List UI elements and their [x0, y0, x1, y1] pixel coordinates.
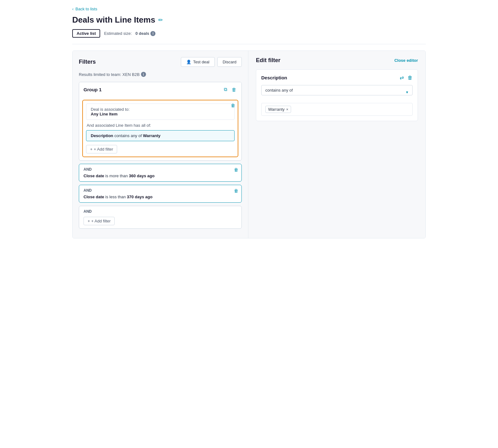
add-filter-button-and[interactable]: + + Add filter — [84, 217, 115, 225]
plus-icon: + — [90, 147, 93, 152]
field-trash-icon[interactable]: 🗑 — [408, 75, 413, 81]
swap-icon[interactable]: ⇄ — [400, 75, 404, 81]
filter-bold-part1: Description — [91, 133, 113, 138]
deal-association-line1: Deal is associated to: — [91, 107, 130, 112]
warranty-tag: Warranty × — [265, 106, 291, 113]
close-editor-button[interactable]: Close editor — [394, 58, 418, 63]
and-filter1-card: AND 🗑 Close date is more than 360 days a… — [79, 164, 242, 182]
condition-select[interactable]: contains any of — [261, 85, 413, 95]
field-label: Description — [261, 75, 287, 80]
edit-filter-panel: Edit filter Close editor Description ⇄ 🗑… — [248, 51, 425, 238]
warranty-tag-remove-button[interactable]: × — [286, 108, 288, 111]
filter-normal-part: contains any of — [113, 133, 143, 138]
and-filter1-text[interactable]: Close date is more than 360 days ago — [84, 173, 237, 178]
discard-button[interactable]: Discard — [217, 57, 242, 67]
group1-copy-button[interactable]: ⧉ — [223, 86, 228, 93]
and-filter1-label: AND — [84, 167, 237, 172]
warranty-tag-label: Warranty — [268, 107, 284, 112]
edit-title-icon[interactable]: ✏ — [158, 17, 163, 24]
condition-select-wrapper: contains any of — [261, 85, 413, 99]
and-add-card: AND + + Add filter — [79, 206, 242, 229]
description-filter-row[interactable]: Description contains any of Warranty — [86, 130, 235, 141]
selected-filter-group: 🗑 Deal is associated to: Any Line Item A… — [82, 100, 238, 157]
and-filter2-text[interactable]: Close date is less than 370 days ago — [84, 195, 237, 199]
team-info-icon[interactable]: i — [141, 72, 146, 77]
results-limited-label: Results limited to team: XEN B2B i — [79, 72, 242, 77]
estimated-size-label: Estimated size: 0 deals i — [104, 31, 155, 36]
back-link-label: Back to lists — [75, 7, 97, 11]
group1-title: Group 1 — [84, 87, 102, 92]
deal-association-box[interactable]: Deal is associated to: Any Line Item — [86, 104, 235, 120]
active-list-badge: Active list — [72, 29, 100, 38]
chevron-left-icon: ‹ — [72, 7, 73, 11]
group1-delete-button[interactable]: 🗑 — [231, 86, 237, 93]
and-add-label: AND — [84, 209, 237, 214]
estimated-info-icon[interactable]: i — [150, 31, 155, 36]
selected-group-delete-button[interactable]: 🗑 — [231, 103, 235, 108]
filters-title: Filters — [79, 59, 96, 65]
filters-panel: Filters 👤 Test deal Discard Results limi… — [73, 51, 248, 238]
and-filter2-delete-button[interactable]: 🗑 — [234, 188, 238, 193]
group1-card: Group 1 ⧉ 🗑 🗑 Deal is associated to: Any… — [79, 82, 242, 161]
deal-association-line2: Any Line Item — [91, 112, 117, 116]
and-line-item-label: And associated Line Item has all of: — [86, 123, 235, 128]
add-filter-button-group1[interactable]: + + Add filter — [86, 145, 117, 153]
filter-bold-part2: Warranty — [143, 133, 160, 138]
page-title: Deals with Line Items — [72, 15, 155, 25]
and-filter2-label: AND — [84, 188, 237, 193]
and-filter1-delete-button[interactable]: 🗑 — [234, 167, 238, 172]
and-filter2-card: AND 🗑 Close date is less than 370 days a… — [79, 185, 242, 203]
tag-input-area[interactable]: Warranty × — [261, 103, 413, 116]
plus-icon-and: + — [88, 219, 90, 223]
edit-filter-title: Edit filter — [256, 57, 280, 64]
test-deal-icon: 👤 — [186, 60, 191, 64]
test-deal-button[interactable]: 👤 Test deal — [181, 57, 215, 67]
edit-filter-card: Description ⇄ 🗑 contains any of Warranty… — [256, 69, 418, 121]
back-to-lists-link[interactable]: ‹ Back to lists — [72, 7, 97, 11]
